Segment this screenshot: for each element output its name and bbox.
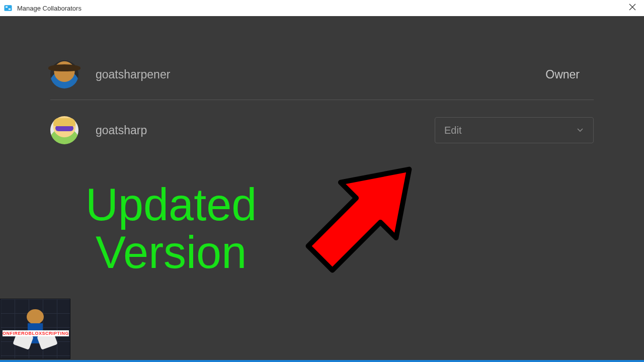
- window-titlebar: Manage Collaborators: [0, 0, 644, 16]
- taskbar-accent: [0, 360, 644, 362]
- svg-rect-1: [6, 7, 8, 8]
- avatar: [50, 116, 78, 144]
- titlebar-controls: [629, 4, 641, 13]
- channel-badge-character: [18, 306, 53, 351]
- permission-dropdown-value: Edit: [444, 125, 461, 136]
- collaborator-row: goatsharpener Owner: [50, 51, 594, 98]
- avatar: [50, 60, 78, 88]
- window-title: Manage Collaborators: [17, 5, 82, 12]
- svg-rect-2: [9, 9, 11, 10]
- collaborators-panel: goatsharpener Owner goatsharp Edit: [0, 16, 644, 153]
- collaborator-row: goatsharp Edit: [50, 107, 594, 153]
- collaborator-username: goatsharpener: [96, 68, 545, 81]
- close-icon: [629, 4, 636, 11]
- annotation-text: Updated Version: [86, 181, 257, 276]
- svg-rect-0: [5, 5, 12, 11]
- chevron-down-icon: [576, 125, 584, 136]
- collaborator-username: goatsharp: [96, 124, 435, 137]
- channel-badge: ONFIREROBLOXSCRIPTING: [0, 299, 70, 359]
- annotation-arrow-icon: [292, 141, 438, 287]
- permission-dropdown[interactable]: Edit: [435, 117, 594, 143]
- collaborator-role: Owner: [545, 68, 594, 81]
- row-divider: [50, 100, 594, 100]
- titlebar-left: Manage Collaborators: [3, 3, 82, 13]
- channel-badge-banner: ONFIREROBLOXSCRIPTING: [3, 330, 69, 336]
- close-button[interactable]: [629, 4, 636, 13]
- app-icon: [3, 3, 13, 13]
